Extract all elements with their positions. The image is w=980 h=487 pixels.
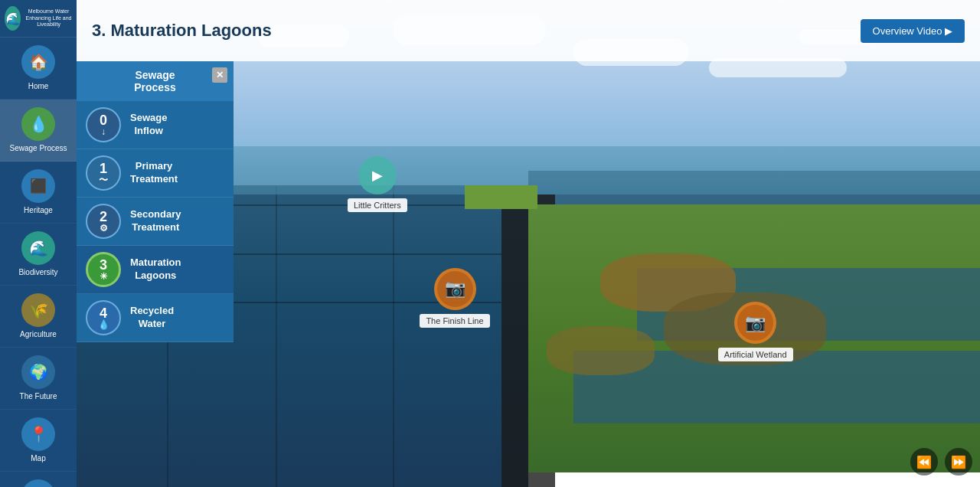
camera-button-artificial-wetland[interactable]: 📷 <box>734 302 776 344</box>
map-icon: 📍 <box>21 417 55 451</box>
logo-text: Melbourne Water Enhancing Life and Livea… <box>25 8 72 28</box>
play-button-little-critters[interactable]: ▶ <box>358 156 397 194</box>
header: 3. Maturation Lagoons Overview Video ▶ <box>77 0 980 61</box>
sidebar-item-home[interactable]: 🏠 Home <box>0 38 77 100</box>
biodiversity-icon: 🌊 <box>21 231 55 265</box>
grid-vert-2 <box>276 185 277 487</box>
process-label-secondary-treatment: SecondaryTreatment <box>130 208 181 234</box>
nav-next-button[interactable]: ⏩ <box>945 448 972 476</box>
sidebar-item-help[interactable]: ❓ Help <box>0 472 77 487</box>
sidebar-item-biodiversity[interactable]: 🌊 Biodiversity <box>0 224 77 286</box>
help-icon: ❓ <box>21 479 55 487</box>
camera-button-finish-line[interactable]: 📷 <box>434 268 476 310</box>
sidebar-item-sewage-process[interactable]: 💧 Sewage Process <box>0 100 77 162</box>
grid-vert-3 <box>393 185 394 487</box>
hotspot-artificial-wetland[interactable]: 📷 Artificial Wetland <box>718 302 793 361</box>
process-item-secondary-treatment[interactable]: 2 ⚙ SecondaryTreatment <box>77 198 234 246</box>
green-strip <box>465 185 537 210</box>
the-future-icon: 🌍 <box>21 355 55 389</box>
sewage-process-icon: 💧 <box>21 107 55 141</box>
home-icon: 🏠 <box>21 45 55 79</box>
sidebar-item-heritage[interactable]: ⬛ Heritage <box>0 162 77 224</box>
sewage-process-panel: SewageProcess ✕ 0 ↓ SewageInflow 1 〜 Pri… <box>77 61 234 342</box>
logo-area: 🌊 Melbourne Water Enhancing Life and Liv… <box>0 0 77 38</box>
sidebar-label-future: The Future <box>20 392 57 401</box>
sidebar-label-heritage: Heritage <box>24 206 53 215</box>
label-artificial-wetland: Artificial Wetland <box>718 348 793 361</box>
process-circle-2: 2 ⚙ <box>86 204 121 239</box>
nav-prev-button[interactable]: ⏪ <box>910 448 938 476</box>
process-label-maturation-lagoons: MaturationLagoons <box>130 257 181 283</box>
mw-logo-icon: 🌊 <box>5 6 21 31</box>
process-circle-3: 3 ☀ <box>86 252 121 287</box>
process-item-recycled-water[interactable]: 4 💧 RecycledWater <box>77 294 234 342</box>
sidebar-item-map[interactable]: 📍 Map <box>0 410 77 472</box>
process-label-sewage-inflow: SewageInflow <box>130 112 167 138</box>
sidebar-label-map: Map <box>31 454 45 463</box>
sewage-panel-title: SewageProcess <box>134 69 175 93</box>
sidebar-item-the-future[interactable]: 🌍 The Future <box>0 348 77 410</box>
process-item-primary-treatment[interactable]: 1 〜 PrimaryTreatment <box>77 149 234 198</box>
sidebar-label-agriculture: Agriculture <box>20 330 57 339</box>
label-little-critters: Little Critters <box>348 198 407 212</box>
sidebar-item-agriculture[interactable]: 🌾 Agriculture <box>0 286 77 348</box>
agriculture-icon: 🌾 <box>21 293 55 327</box>
process-circle-0: 0 ↓ <box>86 107 121 142</box>
heritage-icon: ⬛ <box>21 169 55 203</box>
main-content: 3. Maturation Lagoons Overview Video ▶ S… <box>77 0 980 487</box>
process-item-sewage-inflow[interactable]: 0 ↓ SewageInflow <box>77 101 234 149</box>
process-label-primary-treatment: PrimaryTreatment <box>130 160 178 186</box>
sidebar-label-biodiversity: Biodiversity <box>18 268 57 277</box>
hotspot-little-critters[interactable]: ▶ Little Critters <box>348 156 407 212</box>
page-title: 3. Maturation Lagoons <box>92 21 845 41</box>
sidebar-label-sewage: Sewage Process <box>9 144 67 153</box>
overview-video-button[interactable]: Overview Video ▶ <box>861 19 965 43</box>
process-circle-1: 1 〜 <box>86 155 121 191</box>
sewage-panel-header: SewageProcess ✕ <box>77 61 234 101</box>
sidebar-label-home: Home <box>28 82 49 91</box>
process-item-maturation-lagoons[interactable]: 3 ☀ MaturationLagoons <box>77 246 234 294</box>
sewage-panel-close-button[interactable]: ✕ <box>212 67 227 83</box>
hotspot-finish-line[interactable]: 📷 The Finish Line <box>420 268 489 328</box>
label-finish-line: The Finish Line <box>420 314 489 328</box>
wetland-patch-3 <box>547 326 655 375</box>
process-circle-4: 4 💧 <box>86 300 121 335</box>
sidebar: 🌊 Melbourne Water Enhancing Life and Liv… <box>0 0 77 487</box>
process-label-recycled-water: RecycledWater <box>130 305 174 331</box>
